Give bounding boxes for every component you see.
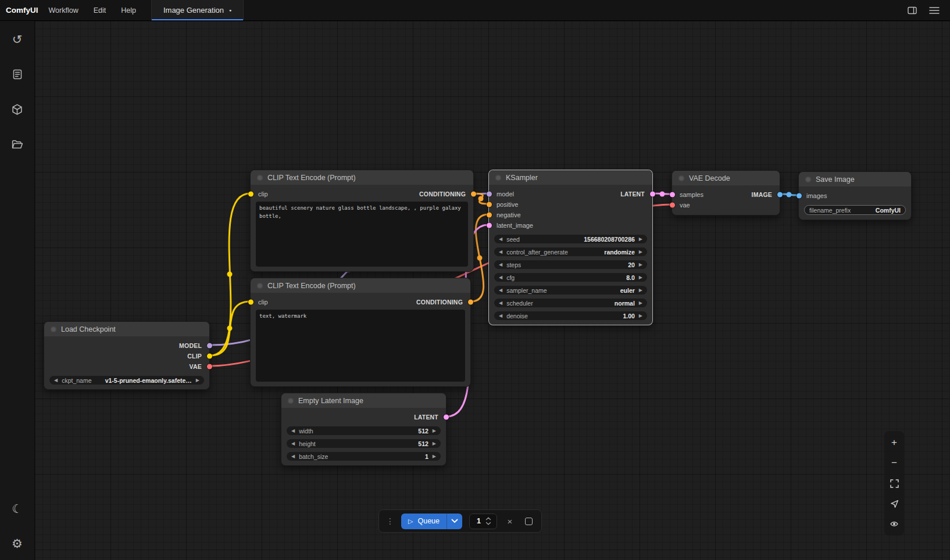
input-slot-vae[interactable] [670,203,675,208]
output-slot-latent[interactable] [444,415,449,420]
select-mode-button[interactable] [886,496,902,512]
decrement-arrow-icon[interactable]: ◀ [291,441,295,446]
widget-denoise[interactable]: ◀ denoise 1.00 ▶ [494,311,647,320]
increment-arrow-icon[interactable]: ▶ [433,454,436,459]
zoom-in-button[interactable]: + [886,435,902,451]
node-clip-text-encode-negative[interactable]: CLIP Text Encode (Prompt) clip CONDITION… [250,278,471,387]
widget-width[interactable]: ◀ width 512 ▶ [287,426,441,435]
history-icon[interactable]: ↺ [7,29,28,50]
menu-help[interactable]: Help [121,6,136,15]
decrement-arrow-icon[interactable]: ◀ [291,429,295,433]
menu-edit[interactable]: Edit [94,6,106,15]
node-empty-latent-image[interactable]: Empty Latent Image LATENT ◀ width 512 ▶ … [281,393,447,466]
cancel-run-icon[interactable]: × [504,515,516,527]
output-slot-conditioning[interactable] [471,192,476,197]
collapse-toggle-icon[interactable] [51,326,56,332]
input-slot-samples[interactable] [670,192,675,198]
output-slot-model[interactable] [207,343,212,349]
prompt-textarea[interactable]: beautiful scenery nature glass bottle la… [256,202,468,267]
widget-control-after-generate[interactable]: ◀ control_after_generate randomize ▶ [494,247,647,256]
queue-split-button[interactable]: ▷ Queue [401,514,462,529]
model-library-icon[interactable] [7,99,28,120]
widget-sampler-name[interactable]: ◀ sampler_name euler ▶ [494,286,647,295]
node-ksampler[interactable]: KSampler model LATENT positive negative … [488,170,653,325]
decrement-arrow-icon[interactable]: ◀ [499,250,502,254]
decrement-arrow-icon[interactable]: ◀ [291,454,295,459]
input-slot-images[interactable] [797,193,802,199]
decrement-arrow-icon[interactable]: ◀ [499,237,502,242]
decrement-arrow-icon[interactable]: ◀ [499,301,502,306]
collapse-toggle-icon[interactable] [257,283,263,289]
node-clip-text-encode-positive[interactable]: CLIP Text Encode (Prompt) clip CONDITION… [250,170,474,272]
widget-cfg[interactable]: ◀ cfg 8.0 ▶ [494,273,647,282]
input-slot-latent-image[interactable] [487,223,492,228]
node-header[interactable]: KSampler [489,170,652,185]
hamburger-menu-button[interactable] [928,4,941,17]
collapse-toggle-icon[interactable] [495,175,501,181]
node-load-checkpoint[interactable]: Load Checkpoint MODEL CLIP VAE ◀ ckpt_na… [44,321,210,390]
stepper-up-icon[interactable] [485,517,491,520]
queue-run-button[interactable]: ▷ Queue [401,514,447,529]
node-vae-decode[interactable]: VAE Decode samples IMAGE vae [672,170,780,216]
collapse-toggle-icon[interactable] [288,398,294,404]
increment-arrow-icon[interactable]: ▶ [639,250,642,254]
zoom-out-button[interactable]: − [886,455,902,471]
fit-view-button[interactable] [886,475,902,491]
node-header[interactable]: Empty Latent Image [281,393,446,408]
output-slot-conditioning[interactable] [468,300,473,305]
collapse-toggle-icon[interactable] [678,175,684,181]
menu-workflow[interactable]: Workflow [49,6,78,15]
collapse-toggle-icon[interactable] [805,177,811,182]
theme-toggle-icon[interactable]: ☾ [7,498,28,519]
workflows-folder-icon[interactable] [7,134,28,155]
stepper-down-icon[interactable] [485,522,491,525]
prompt-textarea[interactable]: text, watermark [256,310,465,382]
node-library-icon[interactable] [7,64,28,85]
output-slot-image[interactable] [777,192,783,198]
input-slot-clip[interactable] [248,192,253,197]
toggle-link-visibility-button[interactable] [886,516,902,532]
decrement-arrow-icon[interactable]: ◀ [499,288,502,293]
toggle-panel-button[interactable] [906,4,919,17]
input-slot-negative[interactable] [487,213,492,218]
decrement-arrow-icon[interactable]: ◀ [54,378,58,383]
widget-steps[interactable]: ◀ steps 20 ▶ [494,260,647,269]
output-slot-vae[interactable] [207,364,212,369]
decrement-arrow-icon[interactable]: ◀ [499,314,502,318]
widget-batch-size[interactable]: ◀ batch_size 1 ▶ [287,452,441,461]
batch-count-stepper[interactable]: 1 [469,514,497,529]
widget-filename-prefix[interactable]: filename_prefix ComfyUI [804,205,906,215]
node-header[interactable]: Load Checkpoint [44,322,209,336]
widget-seed[interactable]: ◀ seed 156680208700286 ▶ [494,235,647,243]
widget-ckpt-name[interactable]: ◀ ckpt_name v1-5-pruned-emaonly.safete… … [49,376,204,385]
node-save-image[interactable]: Save Image images filename_prefix ComfyU… [798,171,912,220]
increment-arrow-icon[interactable]: ▶ [433,429,436,433]
increment-arrow-icon[interactable]: ▶ [639,288,642,293]
tab-image-generation[interactable]: Image Generation ● [151,0,244,20]
clear-queue-icon[interactable] [523,515,534,527]
increment-arrow-icon[interactable]: ▶ [196,378,199,383]
increment-arrow-icon[interactable]: ▶ [639,314,642,318]
node-header[interactable]: Save Image [799,172,911,186]
widget-scheduler[interactable]: ◀ scheduler normal ▶ [494,299,647,307]
decrement-arrow-icon[interactable]: ◀ [499,263,502,267]
decrement-arrow-icon[interactable]: ◀ [499,275,502,280]
node-header[interactable]: CLIP Text Encode (Prompt) [251,170,473,185]
widget-height[interactable]: ◀ height 512 ▶ [287,439,441,448]
node-header[interactable]: CLIP Text Encode (Prompt) [251,278,470,293]
increment-arrow-icon[interactable]: ▶ [639,301,642,306]
increment-arrow-icon[interactable]: ▶ [433,441,436,446]
collapse-toggle-icon[interactable] [257,175,263,181]
output-slot-latent[interactable] [650,192,655,197]
increment-arrow-icon[interactable]: ▶ [639,263,642,267]
settings-gear-icon[interactable]: ⚙ [7,533,28,554]
input-slot-model[interactable] [487,192,492,197]
app-logo[interactable]: ComfyUI [0,0,49,20]
queue-options-dropdown[interactable] [447,514,462,529]
increment-arrow-icon[interactable]: ▶ [639,275,642,280]
output-slot-clip[interactable] [207,354,212,359]
drag-handle-icon[interactable]: ⋮ [386,517,394,525]
input-slot-clip[interactable] [248,300,253,305]
input-slot-positive[interactable] [487,202,492,207]
node-header[interactable]: VAE Decode [672,171,780,185]
